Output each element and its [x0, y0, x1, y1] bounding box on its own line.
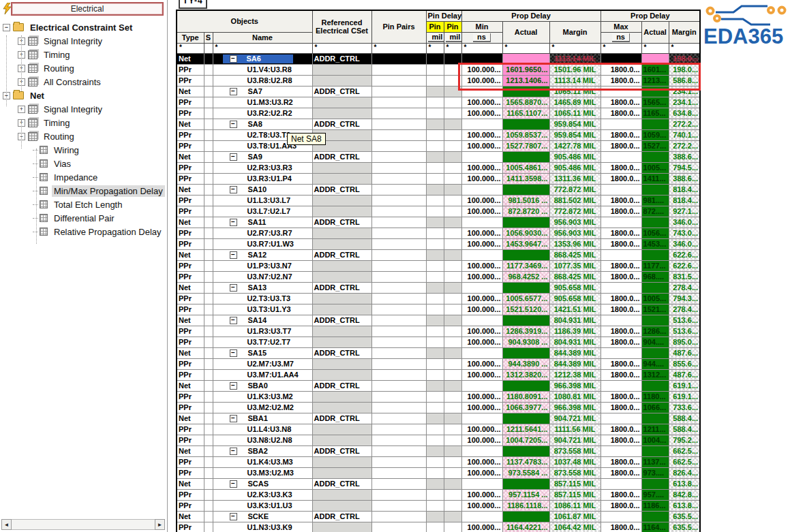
cell-pin-pairs[interactable]	[371, 217, 426, 228]
cell-type[interactable]: PPr	[177, 129, 204, 140]
pin-pair-row-u3-t7-u2-t7[interactable]: PPrU3.T7:U2.T7100.000...904.9308 ...804.…	[177, 337, 700, 347]
cell-min-margin[interactable]: 804.931 MIL	[549, 315, 601, 326]
cell-referenced-cset[interactable]	[312, 195, 371, 206]
cell-pin-pairs[interactable]	[371, 315, 426, 326]
cell-min-margin[interactable]: 1061.87 MIL	[549, 511, 601, 522]
pin-pair-row-u3-r3-u1-p4[interactable]: PPrU3.R3:U1.P4100.000...1411.3598...1311…	[177, 173, 700, 184]
header-mil-button-2[interactable]: mil	[444, 32, 461, 43]
cell-min-margin[interactable]: 1353.96 MIL	[549, 238, 601, 249]
cell-pin-pairs[interactable]	[371, 260, 426, 271]
cell-max-margin[interactable]: 743.0...	[669, 228, 700, 238]
cell-s[interactable]	[204, 119, 213, 129]
cell-max-margin[interactable]: 622.6...	[669, 249, 700, 260]
cell-pin-pairs[interactable]	[371, 337, 426, 347]
cell-max-margin[interactable]: 795.2...	[669, 435, 700, 445]
cell-max-ns[interactable]: 1800.0...	[601, 108, 641, 119]
net-row-sa14[interactable]: Net−SA14ADDR_CTRL804.931 MIL513.6...	[177, 315, 700, 326]
cell-max-actual[interactable]	[641, 413, 669, 424]
cell-max-margin[interactable]: 272.2...	[669, 140, 700, 151]
cell-type[interactable]: PPr	[177, 260, 204, 271]
cell-pin-delay-mil-2[interactable]	[444, 151, 461, 162]
cell-max-margin[interactable]: 487.6...	[669, 347, 700, 358]
cell-pin-delay-mil-1[interactable]	[426, 293, 444, 304]
net-row-sa7[interactable]: Net−SA7ADDR_CTRL1065.11 MIL234.1...	[177, 86, 700, 97]
cell-max-margin[interactable]: 346.0...	[669, 238, 700, 249]
cell-max-margin[interactable]: 619.1...	[669, 380, 700, 391]
cell-s[interactable]	[204, 478, 213, 489]
tree-item-min-max-propagation-delay[interactable]: Min/Max Propagation Delay	[1, 184, 166, 198]
net-row-sa15[interactable]: Net−SA15ADDR_CTRL844.389 MIL487.6...	[177, 347, 700, 358]
tree-item-signal-integrity[interactable]: +Signal Integrity	[1, 34, 166, 48]
cell-pin-pair-name[interactable]: U2.K3:U3.K3	[213, 489, 312, 500]
cell-max-margin[interactable]: 794.3...	[669, 293, 700, 304]
cell-pin-delay-mil-1[interactable]	[426, 75, 444, 86]
cell-pin-delay-mil-2[interactable]	[444, 293, 461, 304]
cell-min-ns[interactable]: 100.000...	[461, 271, 502, 282]
cell-referenced-cset[interactable]	[312, 358, 371, 369]
cell-type[interactable]: Net	[177, 315, 204, 326]
cell-pin-delay-mil-1[interactable]	[426, 249, 444, 260]
cell-pin-pairs[interactable]	[371, 119, 426, 129]
cell-min-ns[interactable]: 100.000...	[461, 129, 502, 140]
cell-pin-delay-mil-1[interactable]	[426, 522, 444, 532]
cell-max-ns[interactable]	[601, 511, 641, 522]
cell-max-actual[interactable]: 1521...	[641, 304, 669, 315]
cell-s[interactable]	[204, 369, 213, 380]
cell-pin-pair-name[interactable]: U3.R7:U1.W3	[213, 238, 312, 249]
cell-max-actual[interactable]	[641, 119, 669, 129]
cell-referenced-cset[interactable]: ADDR_CTRL	[312, 86, 371, 97]
cell-max-ns[interactable]	[601, 413, 641, 424]
cell-pin-delay-mil-2[interactable]	[444, 108, 461, 119]
cell-min-actual[interactable]	[502, 151, 549, 162]
cell-pin-delay-mil-1[interactable]	[426, 435, 444, 445]
cell-max-actual[interactable]: 872....	[641, 206, 669, 217]
cell-pin-pairs[interactable]	[371, 97, 426, 108]
row-collapse-icon[interactable]: −	[230, 251, 237, 259]
cell-pin-pair-name[interactable]: U1.M3:U3.R2	[213, 97, 312, 108]
cell-pin-delay-mil-2[interactable]	[444, 86, 461, 97]
cell-max-ns[interactable]: 1800.0...	[601, 435, 641, 445]
cell-max-actual[interactable]: 1005...	[641, 162, 669, 173]
row-collapse-icon[interactable]: −	[230, 480, 237, 488]
row-collapse-icon[interactable]: −	[230, 219, 237, 226]
cell-pin-pairs[interactable]	[371, 456, 426, 467]
cell-max-ns[interactable]: 1800.0...	[601, 206, 641, 217]
cell-max-actual[interactable]	[641, 282, 669, 293]
cell-pin-delay-mil-2[interactable]	[444, 489, 461, 500]
cell-min-ns[interactable]	[461, 217, 502, 228]
row-collapse-icon[interactable]: −	[230, 153, 237, 161]
cell-min-margin[interactable]: 873.558 MIL	[549, 467, 601, 478]
cell-pin-delay-mil-2[interactable]	[444, 75, 461, 86]
cell-min-actual[interactable]: 1411.3598...	[502, 173, 549, 184]
domain-header-electrical[interactable]: Electrical	[11, 2, 164, 16]
net-row-sa8[interactable]: Net−SA8ADDR_CTRL959.854 MIL272.2...	[177, 119, 700, 129]
cell-net-name[interactable]: −SA14	[213, 315, 312, 326]
cell-type[interactable]: PPr	[177, 97, 204, 108]
cell-min-margin[interactable]: 857.115 MIL	[549, 489, 601, 500]
cell-max-ns[interactable]: 1800.0...	[601, 260, 641, 271]
scroll-left-button[interactable]: ◄	[1, 519, 12, 530]
cell-net-name[interactable]: −SA6	[213, 53, 312, 64]
pin-pair-row-u3-t8-u1-aa3[interactable]: PPrU3.T8:U1.AA3100.000...1527.7807...142…	[177, 140, 700, 151]
cell-type[interactable]: Net	[177, 151, 204, 162]
cell-min-actual[interactable]: 1059.8537...	[502, 129, 549, 140]
net-row-sa6[interactable]: Net−SA6ADDR_CTRL1113.14 MIL198.0...	[177, 53, 700, 64]
cell-pin-delay-mil-2[interactable]	[444, 347, 461, 358]
cell-s[interactable]	[204, 140, 213, 151]
cell-pin-pair-name[interactable]: U1.L4:U3.N8	[213, 424, 312, 435]
cell-type[interactable]: PPr	[177, 206, 204, 217]
cell-referenced-cset[interactable]	[312, 489, 371, 500]
cell-pin-delay-mil-2[interactable]	[444, 260, 461, 271]
cell-pin-delay-mil-1[interactable]	[426, 129, 444, 140]
cell-min-margin[interactable]: 1065.11 MIL	[549, 86, 601, 97]
cell-min-actual[interactable]	[502, 249, 549, 260]
cell-min-ns[interactable]	[461, 184, 502, 195]
cell-pin-delay-mil-1[interactable]	[426, 173, 444, 184]
cell-max-margin[interactable]: 272.2...	[669, 119, 700, 129]
cell-referenced-cset[interactable]: ADDR_CTRL	[312, 151, 371, 162]
tree-item-timing[interactable]: +Timing	[1, 48, 166, 61]
cell-net-name[interactable]: −SA13	[213, 282, 312, 293]
cell-referenced-cset[interactable]: ADDR_CTRL	[312, 511, 371, 522]
cell-max-ns[interactable]	[601, 151, 641, 162]
cell-max-ns[interactable]	[601, 445, 641, 456]
